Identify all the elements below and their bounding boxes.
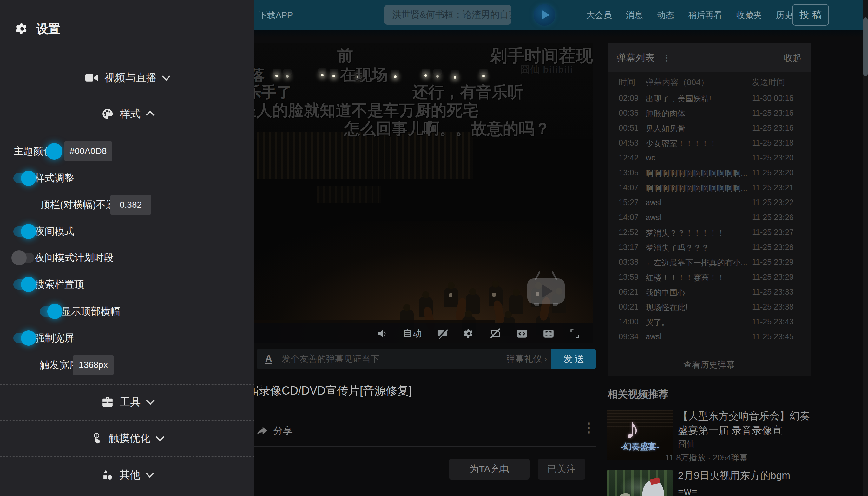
danmaku-sent-time: 11-25 23:27 (752, 228, 794, 237)
danmaku-content: ←左边最靠下一排真的有小... (645, 258, 750, 268)
nav-link-消息[interactable]: 消息 (626, 10, 643, 21)
danmaku-content: 梦消失了吗？？？ (645, 243, 750, 253)
nav-link-历史[interactable]: 历史 (776, 10, 793, 21)
play-button[interactable] (527, 278, 565, 304)
setting-label-样式调整: 样式调整 (35, 172, 74, 185)
danmaku-content: 肿胀的肉体 (645, 108, 750, 119)
danmaku-sent-time: 11-25 23:20 (752, 168, 794, 177)
section-tools[interactable]: 工具 (0, 391, 255, 413)
overlay-danmaku: 还行，有音乐听 (412, 81, 523, 103)
video-player[interactable]: 前剁手时间茬现落在现场乐手了还行，有音乐听坐人的脸就知道不是车万厨的死宅怎么回事… (222, 44, 593, 343)
divider (0, 96, 255, 96)
danmaku-columns-header: 时间 弹幕内容（804） 发送时间 (608, 77, 811, 93)
danmaku-etiquette-link[interactable]: 弹幕礼仪› (506, 353, 547, 365)
setting-label-夜间模式: 夜间模式 (35, 225, 74, 238)
danmaku-row: 13:59红楼！！！！赛高！！11-25 23:29 (608, 273, 811, 287)
danmaku-content: 啊啊啊啊啊啊啊啊啊啊啊啊... (645, 168, 750, 179)
section-video-live[interactable]: 视频与直播 (0, 66, 255, 89)
light-fixture (422, 68, 430, 74)
related-video-1-thumbnail[interactable]: ♪ -幻奏盛宴- (607, 410, 673, 461)
setting-input-主题颜色[interactable]: #00A0D8 (64, 141, 112, 161)
danmaku-settings-gear-icon[interactable] (463, 328, 475, 339)
organ-pipes (317, 186, 381, 203)
collapse-panel-button[interactable]: 收起 (784, 52, 802, 64)
danmaku-style-icon[interactable]: A (265, 354, 272, 365)
danmaku-row: 00:36肿胀的肉体11-25 23:16 (608, 108, 811, 123)
danmaku-sent-time: 11-25 23:45 (752, 332, 794, 341)
danmaku-row: 14:00哭了。11-25 23:43 (608, 317, 811, 332)
related-video-1-title[interactable]: 【大型东方交响音乐会】幻奏盛宴第一届 录音录像宣 (678, 408, 811, 438)
view-history-danmaku-link[interactable]: 查看历史弹幕 (608, 359, 811, 370)
light-fixture (283, 69, 292, 75)
danmaku-time: 15:27 (619, 198, 639, 207)
toggle-强制宽屏[interactable] (13, 333, 34, 343)
share-button[interactable]: 分享 (256, 424, 292, 437)
danmaku-toggle-icon[interactable] (437, 328, 448, 340)
fullscreen-icon[interactable] (569, 328, 581, 339)
danmaku-time: 00:36 (619, 108, 639, 118)
danmaku-time: 12:42 (619, 153, 639, 162)
palette-icon (102, 108, 113, 120)
nav-link-动态[interactable]: 动态 (657, 10, 674, 21)
widescreen-icon[interactable] (516, 328, 528, 340)
nav-link-大会员[interactable]: 大会员 (586, 10, 612, 21)
toggle-夜间模式计划时段[interactable] (13, 253, 34, 263)
danmaku-sent-time: 11-25 23:26 (752, 213, 794, 222)
col-time: 时间 (619, 77, 635, 88)
followed-button[interactable]: 已关注 (538, 459, 585, 480)
settings-sidebar: 设置 视频与直播 样式 主题颜色#00A0D (0, 0, 255, 496)
danmaku-row: 09:34awsl11-25 23:45 (608, 332, 811, 347)
share-arrow-icon (256, 425, 269, 437)
danmaku-content: 见人如见骨 (645, 123, 750, 134)
shirt-collar (492, 293, 496, 296)
nav-link-收藏夹[interactable]: 收藏夹 (736, 10, 762, 21)
light-dot (482, 75, 485, 77)
section-label: 样式 (120, 107, 141, 121)
charge-button[interactable]: 为TA充电 (449, 459, 530, 480)
setting-input-触发宽度[interactable]: 1368px (73, 355, 113, 375)
related-video-2-title[interactable]: 2月9日央视用东方的bgm=w= (678, 467, 791, 496)
toggle-显示顶部横幅[interactable] (40, 306, 61, 316)
section-style[interactable]: 样式 (0, 103, 255, 125)
thumbnail-caption: -幻奏盛宴- (607, 441, 673, 452)
page-scrollbar-thumb[interactable] (863, 17, 868, 76)
section-other[interactable]: 其他 (0, 464, 255, 486)
download-app-link[interactable]: 下载APP (259, 0, 293, 30)
danmaku-text-input[interactable] (281, 354, 506, 365)
toggle-夜间模式[interactable] (13, 227, 34, 236)
nav-links: 大会员消息动态稍后再看收藏夹历史 (586, 0, 793, 30)
light-fixture (273, 69, 281, 74)
subtitle-off-icon[interactable] (489, 328, 501, 340)
danmaku-content: 红楼！！！！赛高！！ (645, 273, 750, 283)
danmaku-sent-time: 11-25 23:20 (752, 153, 794, 162)
send-danmaku-button[interactable]: 发送 (551, 349, 596, 369)
danmaku-sent-time: 11-25 23:29 (752, 258, 794, 267)
section-touch[interactable]: 触摸优化 (0, 427, 255, 449)
gear-icon (15, 22, 29, 36)
toggle-搜索栏置顶[interactable] (13, 279, 34, 290)
setting-input-顶栏(对横幅)不透明度[interactable]: 0.382 (110, 195, 151, 215)
audience-texture (607, 410, 673, 429)
musician-silhouette (444, 288, 458, 307)
volume-icon[interactable] (377, 328, 388, 339)
more-options-icon[interactable]: ⋮ (582, 424, 595, 432)
danmaku-time: 14:07 (619, 183, 639, 192)
theme-color-swatch[interactable] (46, 143, 62, 159)
post-video-button[interactable]: 投稿 (792, 4, 829, 26)
danmaku-panel-menu-icon[interactable]: ⋮ (663, 55, 671, 61)
danmaku-row: 04:53少女密室！！！！！11-25 23:18 (608, 138, 811, 153)
toggle-样式调整[interactable] (13, 173, 34, 183)
danmaku-time: 13:59 (619, 273, 639, 282)
setting-label-强制宽屏: 强制宽屏 (35, 331, 74, 345)
web-fullscreen-icon[interactable] (543, 328, 554, 340)
setting-label-夜间模式计划时段: 夜间模式计划时段 (35, 251, 113, 264)
nav-link-稍后再看[interactable]: 稍后再看 (688, 10, 722, 21)
related-video-1-author[interactable]: 囧仙 (678, 438, 695, 450)
play-triangle-icon (542, 10, 549, 20)
divider (0, 456, 255, 457)
related-video-2-thumbnail[interactable] (607, 470, 673, 496)
danmaku-content: awsl (645, 332, 750, 341)
watchlater-play-icon[interactable] (534, 4, 555, 26)
quality-selector[interactable]: 自动 (403, 327, 422, 340)
search-input[interactable]: 洪世贤&何书桓：论渣男的自我修养 (384, 5, 512, 25)
